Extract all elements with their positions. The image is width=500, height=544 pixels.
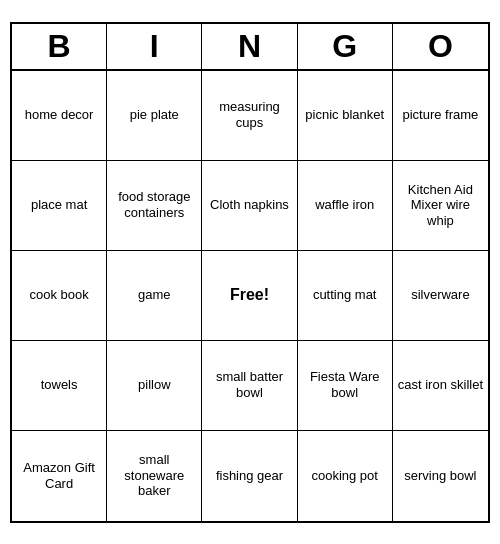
bingo-cell-11: game bbox=[107, 251, 202, 341]
bingo-grid: home decorpie platemeasuring cupspicnic … bbox=[12, 71, 488, 521]
bingo-cell-1: pie plate bbox=[107, 71, 202, 161]
bingo-cell-23: cooking pot bbox=[298, 431, 393, 521]
bingo-cell-20: Amazon Gift Card bbox=[12, 431, 107, 521]
bingo-cell-24: serving bowl bbox=[393, 431, 488, 521]
bingo-cell-9: Kitchen Aid Mixer wire whip bbox=[393, 161, 488, 251]
free-space: Free! bbox=[202, 251, 297, 341]
bingo-cell-0: home decor bbox=[12, 71, 107, 161]
bingo-cell-22: fishing gear bbox=[202, 431, 297, 521]
bingo-cell-7: Cloth napkins bbox=[202, 161, 297, 251]
bingo-cell-21: small stoneware baker bbox=[107, 431, 202, 521]
bingo-header: BINGO bbox=[12, 24, 488, 71]
bingo-cell-3: picnic blanket bbox=[298, 71, 393, 161]
bingo-cell-17: small batter bowl bbox=[202, 341, 297, 431]
bingo-cell-5: place mat bbox=[12, 161, 107, 251]
header-letter-g: G bbox=[298, 24, 393, 69]
bingo-cell-14: silverware bbox=[393, 251, 488, 341]
header-letter-o: O bbox=[393, 24, 488, 69]
bingo-cell-4: picture frame bbox=[393, 71, 488, 161]
bingo-cell-8: waffle iron bbox=[298, 161, 393, 251]
bingo-cell-15: towels bbox=[12, 341, 107, 431]
bingo-cell-18: Fiesta Ware bowl bbox=[298, 341, 393, 431]
header-letter-i: I bbox=[107, 24, 202, 69]
header-letter-n: N bbox=[202, 24, 297, 69]
bingo-cell-10: cook book bbox=[12, 251, 107, 341]
bingo-cell-13: cutting mat bbox=[298, 251, 393, 341]
bingo-cell-16: pillow bbox=[107, 341, 202, 431]
header-letter-b: B bbox=[12, 24, 107, 69]
bingo-card: BINGO home decorpie platemeasuring cupsp… bbox=[10, 22, 490, 523]
bingo-cell-2: measuring cups bbox=[202, 71, 297, 161]
bingo-cell-19: cast iron skillet bbox=[393, 341, 488, 431]
bingo-cell-6: food storage containers bbox=[107, 161, 202, 251]
